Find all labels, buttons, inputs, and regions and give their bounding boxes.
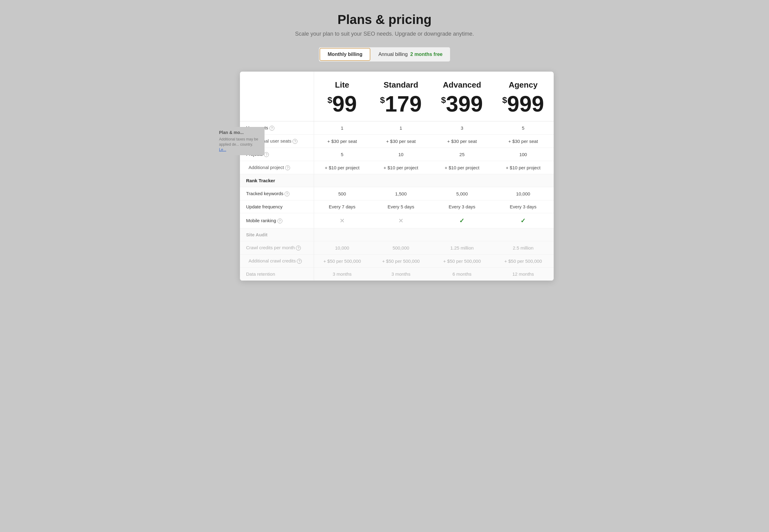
help-icon-1[interactable]: ? xyxy=(293,139,298,144)
plan-advanced-amount: 399 xyxy=(446,93,483,115)
feature-value-10-0: + $50 per 500,000 xyxy=(314,254,370,268)
feature-label-6: Update frequency xyxy=(240,200,314,213)
left-panel-body: Additional taxes may be applied de... co… xyxy=(219,137,258,147)
feature-value-9-0: 10,000 xyxy=(314,241,370,254)
plan-agency-currency: $ xyxy=(502,95,507,105)
feature-value-7-1: ✕ xyxy=(370,213,432,228)
feature-row-3: Additional project?+ $10 per project+ $1… xyxy=(240,161,554,174)
header-empty-cell xyxy=(240,72,314,121)
help-icon-7[interactable]: ? xyxy=(278,219,282,223)
plan-standard-name: Standard xyxy=(377,80,425,90)
help-icon-2[interactable]: ? xyxy=(264,152,269,157)
help-icon-0[interactable]: ? xyxy=(270,126,274,131)
feature-value-1-0: + $30 per seat xyxy=(314,135,370,148)
feature-label-3: Additional project? xyxy=(240,161,314,174)
plan-agency-name: Agency xyxy=(499,80,547,90)
plan-advanced-name: Advanced xyxy=(438,80,487,90)
feature-label-4: Rank Tracker xyxy=(240,174,314,187)
help-icon-9[interactable]: ? xyxy=(296,246,301,250)
feature-value-8-2 xyxy=(432,228,493,241)
feature-value-4-3 xyxy=(492,174,554,187)
feature-label-9: Crawl credits per month? xyxy=(240,241,314,254)
feature-value-0-0: 1 xyxy=(314,121,370,135)
feature-value-2-3: 100 xyxy=(492,148,554,161)
plan-standard-price: $ 179 xyxy=(377,93,425,115)
feature-value-5-0: 500 xyxy=(314,187,370,200)
plan-header-row: Lite $ 99 Standard $ 179 xyxy=(240,72,554,121)
billing-toggle-inner: Monthly billing Annual billing 2 months … xyxy=(319,47,450,62)
feature-value-11-0: 3 months xyxy=(314,268,370,281)
left-panel: Plan & mo... Additional taxes may be app… xyxy=(215,127,265,155)
plan-advanced-currency: $ xyxy=(441,95,446,105)
feature-row-2: Projects?51025100 xyxy=(240,148,554,161)
feature-value-0-1: 1 xyxy=(370,121,432,135)
left-panel-link[interactable]: Le... xyxy=(219,148,226,152)
plan-lite-header: Lite $ 99 xyxy=(314,72,370,121)
feature-value-11-1: 3 months xyxy=(370,268,432,281)
feature-row-5: Tracked keywords?5001,5005,00010,000 xyxy=(240,187,554,200)
annual-billing-button[interactable]: Annual billing 2 months free xyxy=(371,47,450,61)
plan-agency-price: $ 999 xyxy=(499,93,547,115)
feature-value-10-1: + $50 per 500,000 xyxy=(370,254,432,268)
feature-row-4: Rank Tracker xyxy=(240,174,554,187)
plan-lite-price: $ 99 xyxy=(320,93,364,115)
feature-label-5: Tracked keywords? xyxy=(240,187,314,200)
page-subtitle: Scale your plan to suit your SEO needs. … xyxy=(215,31,554,37)
plan-lite-name: Lite xyxy=(320,80,364,90)
page-wrapper: Plans & pricing Scale your plan to suit … xyxy=(215,12,554,281)
help-icon-10[interactable]: ? xyxy=(297,259,302,264)
feature-value-8-0 xyxy=(314,228,370,241)
feature-value-4-0 xyxy=(314,174,370,187)
feature-row-6: Update frequencyEvery 7 daysEvery 5 days… xyxy=(240,200,554,213)
feature-value-4-1 xyxy=(370,174,432,187)
feature-row-9: Crawl credits per month?10,000500,0001.2… xyxy=(240,241,554,254)
feature-value-0-2: 3 xyxy=(432,121,493,135)
feature-value-7-2: ✓ xyxy=(432,213,493,228)
free-badge: 2 months free xyxy=(410,52,443,57)
feature-value-6-2: Every 3 days xyxy=(432,200,493,213)
plan-advanced-price: $ 399 xyxy=(438,93,487,115)
feature-value-3-1: + $10 per project xyxy=(370,161,432,174)
check-icon: ✓ xyxy=(459,217,464,224)
feature-value-9-2: 1.25 million xyxy=(432,241,493,254)
feature-value-8-1 xyxy=(370,228,432,241)
feature-value-3-3: + $10 per project xyxy=(492,161,554,174)
plan-standard-amount: 179 xyxy=(385,93,422,115)
monthly-billing-button[interactable]: Monthly billing xyxy=(320,48,370,61)
help-icon-5[interactable]: ? xyxy=(285,191,290,196)
left-panel-text: Additional taxes may be applied de... co… xyxy=(219,137,261,152)
pricing-outer: Plan & mo... Additional taxes may be app… xyxy=(215,72,554,281)
feature-value-9-3: 2.5 million xyxy=(492,241,554,254)
feature-value-0-3: 5 xyxy=(492,121,554,135)
feature-value-1-2: + $30 per seat xyxy=(432,135,493,148)
feature-label-7: Mobile ranking? xyxy=(240,213,314,228)
feature-value-11-3: 12 months xyxy=(492,268,554,281)
feature-value-4-2 xyxy=(432,174,493,187)
feature-value-3-2: + $10 per project xyxy=(432,161,493,174)
feature-value-6-1: Every 5 days xyxy=(370,200,432,213)
plan-agency-amount: 999 xyxy=(507,93,544,115)
feature-value-7-0: ✕ xyxy=(314,213,370,228)
feature-row-7: Mobile ranking?✕✕✓✓ xyxy=(240,213,554,228)
feature-value-1-3: + $30 per seat xyxy=(492,135,554,148)
feature-value-9-1: 500,000 xyxy=(370,241,432,254)
annual-billing-label: Annual billing xyxy=(378,52,408,57)
plan-standard-currency: $ xyxy=(380,95,385,105)
plan-lite-currency: $ xyxy=(327,95,332,105)
billing-toggle: Monthly billing Annual billing 2 months … xyxy=(215,47,554,62)
feature-value-5-1: 1,500 xyxy=(370,187,432,200)
feature-value-2-1: 10 xyxy=(370,148,432,161)
help-icon-3[interactable]: ? xyxy=(285,165,290,170)
feature-value-10-3: + $50 per 500,000 xyxy=(492,254,554,268)
cross-icon: ✕ xyxy=(398,217,404,224)
feature-value-5-2: 5,000 xyxy=(432,187,493,200)
pricing-table: Lite $ 99 Standard $ 179 xyxy=(240,72,554,281)
page-header: Plans & pricing Scale your plan to suit … xyxy=(215,12,554,37)
feature-row-10: Additional crawl credits?+ $50 per 500,0… xyxy=(240,254,554,268)
feature-row-11: Data retention3 months3 months6 months12… xyxy=(240,268,554,281)
feature-value-6-3: Every 3 days xyxy=(492,200,554,213)
feature-value-6-0: Every 7 days xyxy=(314,200,370,213)
feature-row-1: Additional user seats?+ $30 per seat+ $3… xyxy=(240,135,554,148)
feature-label-8: Site Audit xyxy=(240,228,314,241)
left-panel-title: Plan & mo... xyxy=(219,130,261,135)
